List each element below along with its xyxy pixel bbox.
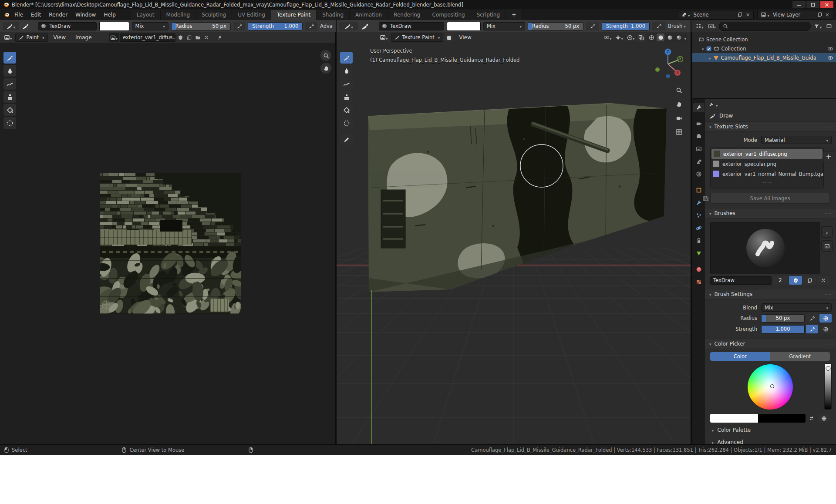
shading-rendered-button[interactable]	[675, 34, 683, 41]
color-wheel-cursor[interactable]	[770, 384, 774, 388]
tab-object-data[interactable]	[693, 249, 705, 258]
tab-color[interactable]: Color	[710, 352, 770, 361]
image-browse-button[interactable]	[109, 33, 119, 42]
menu-edit[interactable]: Edit	[27, 9, 45, 20]
tab-sculpting[interactable]: Sculpting	[196, 10, 232, 20]
gizmos-button[interactable]	[614, 33, 624, 42]
tab-texture[interactable]	[693, 277, 705, 287]
outliner-row-scene-collection[interactable]: Scene Collection	[692, 35, 836, 44]
unified-color-toggle[interactable]	[818, 414, 830, 423]
menu-help[interactable]: Help	[100, 9, 119, 20]
brush-select-button[interactable]	[821, 226, 833, 238]
strength-pressure-toggle[interactable]	[652, 22, 665, 30]
smear-tool-button[interactable]	[340, 78, 353, 90]
viewport-canvas[interactable]: Z Y X User Perspective (1) Camouflage_Fl…	[337, 43, 691, 444]
pin-icon[interactable]	[216, 34, 223, 41]
save-all-images-button[interactable]: Save All Images	[710, 193, 830, 204]
value-slider[interactable]	[824, 363, 832, 410]
outliner-search-input[interactable]	[719, 22, 811, 31]
menu-view[interactable]: View	[50, 34, 70, 40]
pan-gizmo-button[interactable]	[674, 99, 684, 110]
brush-color-swatch[interactable]	[99, 22, 129, 31]
maximize-button[interactable]	[806, 1, 819, 8]
annotate-tool-button[interactable]	[340, 134, 353, 145]
view-layer-selector[interactable]: View Layer	[757, 10, 833, 20]
unlink-brush-button[interactable]	[817, 276, 830, 285]
editor-type-button[interactable]	[378, 33, 389, 42]
tab-tool[interactable]	[693, 103, 705, 112]
tool-selector-button[interactable]	[3, 22, 19, 30]
primary-color-swatch[interactable]	[710, 414, 758, 423]
xray-toggle-button[interactable]	[637, 33, 645, 42]
overlays-button[interactable]	[626, 33, 636, 42]
menu-window[interactable]: Window	[71, 9, 100, 20]
new-image-icon[interactable]	[185, 34, 193, 41]
camera-view-button[interactable]	[674, 113, 684, 124]
close-button[interactable]	[820, 1, 833, 8]
tab-shading[interactable]: Shading	[317, 10, 350, 20]
unlink-image-icon[interactable]	[202, 34, 210, 41]
tab-output[interactable]	[693, 131, 705, 141]
value-slider-handle[interactable]	[826, 366, 830, 371]
new-view-layer-icon[interactable]	[816, 11, 823, 19]
strength-pressure-toggle[interactable]	[806, 325, 818, 333]
tab-texture-paint[interactable]: Texture Paint	[271, 10, 317, 20]
clone-tool-button[interactable]	[340, 91, 353, 103]
editor-type-button[interactable]	[3, 33, 13, 42]
panel-color-picker[interactable]: Color Picker	[705, 339, 836, 349]
tab-physics[interactable]	[693, 223, 705, 233]
strength-slider[interactable]: Strength1.000	[248, 22, 303, 30]
outliner-filter-button[interactable]	[812, 22, 823, 30]
smear-tool-button[interactable]	[3, 78, 16, 90]
slot-item-diffuse[interactable]: exterior_var1_diffuse.png	[711, 149, 823, 159]
pan-gizmo-button[interactable]	[320, 63, 331, 74]
brush-tool-icon[interactable]	[361, 22, 369, 30]
falloff-popover-button[interactable]	[445, 33, 453, 42]
panel-texture-slots[interactable]: Texture Slots	[705, 121, 836, 132]
radius-slider[interactable]: Radius50 px	[171, 22, 231, 30]
scene-selector[interactable]: Scene	[678, 10, 754, 20]
strength-slider[interactable]: 1.000	[761, 325, 805, 333]
expand-icon[interactable]	[709, 55, 711, 61]
checkbox-icon[interactable]	[706, 46, 711, 51]
brush-datablock-field[interactable]: TexDraw	[38, 22, 97, 30]
new-scene-icon[interactable]	[736, 11, 744, 19]
brush-preview[interactable]	[710, 222, 820, 274]
menu-image[interactable]: Image	[71, 34, 96, 40]
radius-pressure-toggle[interactable]	[233, 22, 246, 30]
strength-slider[interactable]: Strength1.000	[602, 22, 650, 30]
shading-wireframe-button[interactable]	[647, 34, 655, 41]
tab-rendering[interactable]: Rendering	[388, 10, 426, 20]
brush-popover[interactable]: Brush	[668, 23, 686, 29]
navigation-gizmo[interactable]: Z Y X	[655, 49, 683, 78]
image-mode-dropdown[interactable]: Paint	[15, 34, 48, 42]
brush-datablock-field[interactable]: TexDraw	[379, 22, 444, 30]
remove-view-layer-icon[interactable]	[823, 11, 831, 19]
panel-brushes[interactable]: Brushes	[705, 208, 836, 218]
draw-tool-button[interactable]	[340, 52, 353, 64]
clone-tool-button[interactable]	[3, 91, 16, 103]
shading-solid-button[interactable]	[657, 34, 664, 41]
scene-name[interactable]: Scene	[690, 12, 736, 18]
eye-icon[interactable]	[827, 55, 833, 61]
tab-scripting[interactable]: Scripting	[471, 10, 506, 20]
blend-mode-dropdown[interactable]: Mix	[483, 22, 525, 30]
menu-view[interactable]: View	[455, 34, 475, 40]
brush-name-field[interactable]: TexDraw	[710, 276, 772, 285]
perspective-toggle-button[interactable]	[674, 127, 684, 138]
swap-colors-icon[interactable]	[808, 414, 816, 422]
soften-tool-button[interactable]	[3, 65, 16, 77]
tab-render[interactable]	[693, 119, 705, 128]
add-texture-slot-button[interactable]	[823, 151, 834, 162]
tab-world[interactable]	[693, 169, 705, 179]
tab-particles[interactable]	[693, 211, 705, 220]
fake-user-icon[interactable]	[176, 34, 184, 41]
eye-icon[interactable]	[827, 46, 833, 52]
panel-advanced[interactable]: Advanced	[705, 437, 836, 444]
tab-compositing[interactable]: Compositing	[426, 10, 471, 20]
open-image-icon[interactable]	[194, 34, 202, 41]
tab-modeling[interactable]: Modeling	[161, 10, 196, 20]
view-layer-name[interactable]: View Layer	[769, 12, 816, 18]
tab-scene[interactable]	[693, 157, 705, 166]
tab-material[interactable]	[693, 265, 705, 274]
